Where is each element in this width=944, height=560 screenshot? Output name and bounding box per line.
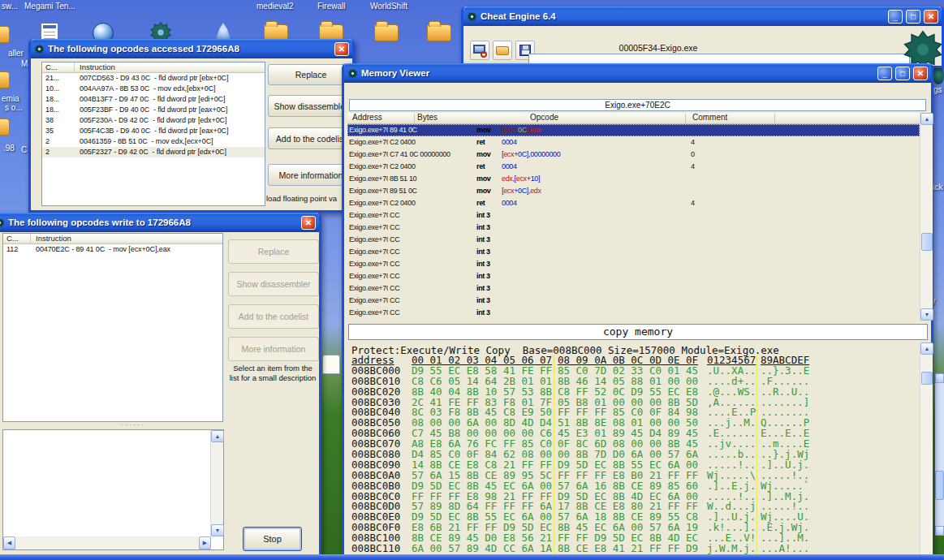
opcode-row[interactable]: 21...007CD563 - D9 43 0C - fld dword ptr… xyxy=(42,73,265,84)
column-header-count[interactable]: C... xyxy=(42,62,75,72)
splitter-handle[interactable]: ······ xyxy=(121,420,145,429)
disassembly-row[interactable]: Exigo.exe+70E2C 89 41 0C mov [ecx+0C],ea… xyxy=(347,124,920,136)
desktop-icon-label-worldshift[interactable]: WorldShift xyxy=(370,2,407,11)
folder-icon[interactable] xyxy=(0,26,10,43)
scroll-left-arrow[interactable]: ◀ xyxy=(3,536,15,549)
disassembly-row[interactable]: Exigo.exe+70E2F C2 0400 ret 0004 4 xyxy=(347,136,920,149)
disassembly-row[interactable]: Exigo.exe+70E42 C2 0400 ret 0004 4 xyxy=(347,197,920,209)
show-disassembler-button[interactable]: Show disassembler xyxy=(228,272,319,296)
ce-title-bar[interactable]: Cheat Engine 6.4 _ □ ✕ xyxy=(463,6,942,26)
description-vertical-scrollbar[interactable]: ▲ ▼ xyxy=(210,430,223,536)
menu-item[interactable] xyxy=(399,90,412,92)
folder-icon[interactable] xyxy=(374,24,399,41)
desktop-icon-label-fragment[interactable]: s o... xyxy=(5,103,23,112)
scrollbar-thumb[interactable] xyxy=(921,372,933,385)
disassembler-list[interactable]: Exigo.exe+70E2C 89 41 0C mov [ecx+0C],ea… xyxy=(347,124,920,319)
disassembly-row[interactable]: Exigo.exe+70E46 CC int 3 xyxy=(347,222,920,234)
column-header-comment[interactable]: Comment xyxy=(692,113,727,122)
scroll-up-arrow[interactable]: ▲ xyxy=(211,430,224,442)
disassembly-row[interactable]: Exigo.exe+70E4A CC int 3 xyxy=(347,270,920,282)
menu-item[interactable] xyxy=(347,90,360,92)
hex-row[interactable]: 008BC110 6A 00 57 89 4D CC 6A 1A 8B CE E… xyxy=(351,544,920,554)
disassembly-row[interactable]: Exigo.exe+70E39 C2 0400 ret 0004 4 xyxy=(347,161,920,173)
disassembler-header[interactable]: Address Bytes Opcode Comment xyxy=(347,113,920,124)
title-bar[interactable]: The following opcodes write to 172966A8 … xyxy=(0,213,319,232)
desktop-icon-label-fragment[interactable]: gs xyxy=(933,85,942,94)
close-button[interactable]: ✕ xyxy=(913,67,928,80)
folder-icon[interactable] xyxy=(427,24,451,41)
menu-item[interactable] xyxy=(412,90,425,92)
scroll-up-arrow[interactable]: ▲ xyxy=(920,342,933,355)
disassembly-row[interactable]: Exigo.exe+70E47 CC int 3 xyxy=(347,234,920,246)
opcode-row[interactable]: 200461359 - 8B 51 0C - mov edx,[ecx+0C] xyxy=(42,136,265,147)
desktop-icon-label-fragment[interactable]: C xyxy=(21,145,27,154)
folder-icon[interactable] xyxy=(0,118,10,136)
scroll-down-arrow[interactable]: ▼ xyxy=(920,308,933,321)
desktop-icon-label-fragment[interactable]: M xyxy=(21,59,28,68)
menu-item[interactable] xyxy=(492,33,505,35)
scrollbar-thumb[interactable] xyxy=(921,233,933,251)
copy-memory-bar[interactable]: copy memory xyxy=(348,324,928,340)
disassembly-row[interactable]: Exigo.exe+70E32 C7 41 0C 00000000 mov [e… xyxy=(347,149,920,161)
hex-view[interactable]: Protect:Execute/Write Copy Base=008BC000… xyxy=(347,342,920,560)
scroll-up-arrow[interactable] xyxy=(935,373,944,383)
cheat-engine-desktop-icon-fragment[interactable] xyxy=(933,67,944,84)
column-header-address[interactable]: Address xyxy=(352,113,382,122)
scrollbar-thumb[interactable] xyxy=(935,471,944,500)
menu-item[interactable] xyxy=(386,90,399,92)
description-box[interactable]: ▲ ▼ ◀ ▶ xyxy=(2,429,224,550)
desktop-icon-label-fragment[interactable]: .98 xyxy=(3,144,15,153)
stop-button[interactable]: Stop xyxy=(243,527,302,551)
close-button[interactable]: ✕ xyxy=(301,216,316,230)
desktop-icon-label-medieval2[interactable]: medieval2 xyxy=(256,2,294,11)
column-header-bytes[interactable]: Bytes xyxy=(417,113,438,122)
list-header[interactable]: C... Instruction xyxy=(3,234,222,244)
select-process-button[interactable] xyxy=(470,41,489,60)
desktop-icon-label[interactable]: sw... xyxy=(2,2,18,11)
column-header-count[interactable]: C... xyxy=(3,234,31,243)
column-header-instruction[interactable]: Instruction xyxy=(75,62,115,72)
menu-item[interactable] xyxy=(466,33,479,35)
disassembly-row[interactable]: Exigo.exe+70E4C CC int 3 xyxy=(347,295,920,307)
opcode-row[interactable]: 35005F4C3B - D9 40 0C - fld dword ptr [e… xyxy=(42,126,265,136)
disassembly-row[interactable]: Exigo.exe+70E45 CC int 3 xyxy=(347,209,920,222)
address-bar[interactable]: Exigo.exe+70E2C xyxy=(349,99,926,111)
list-header[interactable]: C... Instruction xyxy=(42,62,265,73)
opcode-row[interactable]: 38005F230A - D9 42 0C - fld dword ptr [e… xyxy=(42,115,265,126)
desktop-icon-label-fragment[interactable]: aller xyxy=(8,49,24,58)
menu-item[interactable] xyxy=(373,90,386,92)
desktop-icon-label-megami[interactable]: Megami Ten... xyxy=(24,2,75,11)
opcode-list[interactable]: C... Instruction 11200470E2C - 89 41 0C … xyxy=(2,233,223,422)
opcode-row[interactable]: 10...004AA97A - 8B 53 0C - mov edx,[ebx+… xyxy=(42,84,265,94)
opcode-list[interactable]: C... Instruction 21...007CD563 - D9 43 0… xyxy=(41,62,265,206)
menu-item[interactable] xyxy=(360,90,373,92)
disassembly-row[interactable]: Exigo.exe+70E4B CC int 3 xyxy=(347,282,920,295)
close-button[interactable]: ✕ xyxy=(924,10,938,24)
minimize-button[interactable]: _ xyxy=(888,10,903,24)
add-to-codelist-button[interactable]: Add to the codelist xyxy=(228,304,319,329)
close-button[interactable]: ✕ xyxy=(334,42,349,56)
maximize-button[interactable]: □ xyxy=(895,67,910,80)
opcode-row[interactable]: 18...005F23BF - D9 40 0C - fld dword ptr… xyxy=(42,105,265,115)
disassembly-row[interactable]: Exigo.exe+70E48 CC int 3 xyxy=(347,246,920,258)
disassembly-row[interactable]: Exigo.exe+70E4D CC int 3 xyxy=(347,307,920,319)
title-bar[interactable]: Memory Viewer _ □ ✕ xyxy=(344,63,931,83)
folder-icon[interactable] xyxy=(0,71,10,88)
disassembler-scrollbar[interactable]: ▲ ▼ xyxy=(920,113,933,321)
opcode-row[interactable]: 2005F2327 - D9 42 0C - fld dword ptr [ed… xyxy=(42,147,265,157)
column-header-opcode[interactable]: Opcode xyxy=(530,113,558,122)
disassembly-row[interactable]: Exigo.exe+70E49 CC int 3 xyxy=(347,258,920,270)
scroll-up-arrow[interactable]: ▲ xyxy=(920,113,933,125)
replace-button[interactable]: Replace xyxy=(228,239,319,264)
menu-item[interactable] xyxy=(518,33,531,35)
menu-item[interactable] xyxy=(505,33,518,35)
opcode-row[interactable]: 18...004B13F7 - D9 47 0C - fld dword ptr… xyxy=(42,94,265,105)
scroll-down-arrow[interactable] xyxy=(935,526,944,536)
background-window-scrollbar[interactable] xyxy=(935,373,944,536)
disassembly-row[interactable]: Exigo.exe+70E3C 8B 51 10 mov edx,[ecx+10… xyxy=(347,173,920,185)
open-table-button[interactable] xyxy=(493,41,512,60)
description-horizontal-scrollbar[interactable]: ◀ ▶ xyxy=(3,536,211,549)
column-header-instruction[interactable]: Instruction xyxy=(31,234,71,243)
scroll-right-arrow[interactable]: ▶ xyxy=(199,536,211,549)
maximize-button[interactable]: □ xyxy=(906,10,920,24)
